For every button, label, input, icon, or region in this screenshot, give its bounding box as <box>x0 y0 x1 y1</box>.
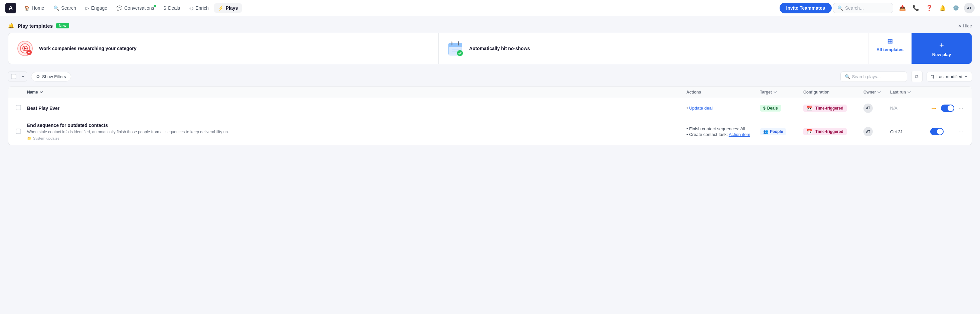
row2-toggle-knob <box>937 129 943 135</box>
grid-icon: ⊞ <box>887 37 893 45</box>
copy-icon: ⧉ <box>915 73 918 80</box>
nav-deals[interactable]: $ Deals <box>160 3 185 13</box>
th-last-run[interactable]: Last run <box>888 86 928 98</box>
nav-icons: 📤 📞 ❓ 🔔 ⚙️ AT <box>897 3 975 13</box>
row1-lastrun-cell: N/A <box>888 102 928 115</box>
global-search[interactable]: 🔍 Search... <box>833 3 893 13</box>
noshows-template-text: Automatically hit no-shows <box>469 46 530 51</box>
noshows-template-icon <box>447 40 464 57</box>
row2-owner-cell: AT <box>861 123 888 140</box>
table-row: End sequence for outdated contacts When … <box>8 118 972 145</box>
nav-search[interactable]: 🔍 Search <box>49 3 80 13</box>
row1-more-cell: ⋯ <box>954 99 968 117</box>
close-icon: ✕ <box>958 23 962 29</box>
select-all-control <box>8 72 27 81</box>
folder-icon: 📁 <box>27 136 32 140</box>
row1-name-cell: Best Play Ever <box>24 102 684 115</box>
show-filters-button[interactable]: ⚙ Show Filters <box>31 72 71 81</box>
row2-action1: Finish contact sequences: All <box>689 126 745 131</box>
plays-table: Name Actions Target Configuration Owner … <box>8 86 972 145</box>
invite-teammates-button[interactable]: Invite Teammates <box>780 3 832 13</box>
row2-config-tag: 📅 Time-triggered <box>803 128 847 135</box>
row1-config-tag: 📅 Time-triggered <box>803 105 847 112</box>
calendar-icon: 📅 <box>807 105 812 111</box>
th-target[interactable]: Target <box>757 86 801 98</box>
table-header: Name Actions Target Configuration Owner … <box>8 86 972 98</box>
search-input-icon: 🔍 <box>837 5 843 11</box>
svg-rect-16 <box>16 129 21 134</box>
th-name[interactable]: Name <box>24 86 684 98</box>
th-more <box>954 86 968 98</box>
sort-icon: ⇅ <box>931 74 935 79</box>
nav-engage[interactable]: ▷ Engage <box>81 3 111 13</box>
people-icon-sm: 👥 <box>763 129 768 134</box>
th-configuration: Configuration <box>801 86 861 98</box>
row1-config-cell: 📅 Time-triggered <box>801 100 861 116</box>
select-all-checkbox[interactable] <box>8 72 19 81</box>
settings-icon[interactable]: ⚙️ <box>951 3 961 13</box>
template-card-research[interactable]: Work companies researching your category <box>8 33 439 64</box>
th-owner[interactable]: Owner <box>861 86 888 98</box>
row2-actions-cell: • Finish contact sequences: All • Create… <box>684 122 757 141</box>
row1-action-link[interactable]: Update deal <box>689 105 713 111</box>
search-icon: 🔍 <box>53 5 59 11</box>
arrow-right-icon: → <box>930 104 937 113</box>
row2-lastrun-cell: Oct 31 <box>888 125 928 138</box>
nav-conversations[interactable]: 💬 Conversations <box>113 3 158 13</box>
name-sort-icon <box>40 90 43 94</box>
play-templates-icon: 🔔 <box>8 23 14 29</box>
sort-button[interactable]: ⇅ Last modified <box>927 72 972 81</box>
research-template-text: Work companies researching your category <box>39 46 137 51</box>
row1-more-button[interactable]: ⋯ <box>957 103 965 113</box>
play-templates-title: 🔔 Play templates New <box>8 23 69 29</box>
th-actions: Actions <box>684 86 757 98</box>
row1-toggle-cell: → <box>928 100 954 116</box>
conversations-dot <box>154 5 156 7</box>
app-logo[interactable]: A <box>5 3 16 13</box>
user-avatar[interactable]: AT <box>964 3 975 13</box>
play-templates-header: 🔔 Play templates New ✕ Hide <box>8 23 972 29</box>
row1-checkbox[interactable] <box>16 105 21 111</box>
nav-enrich[interactable]: ◎ Enrich <box>185 3 213 13</box>
row2-name: End sequence for outdated contacts <box>27 123 108 128</box>
phone-icon[interactable]: 📞 <box>910 3 921 13</box>
row1-owner-avatar: AT <box>864 104 873 113</box>
deals-icon: $ <box>164 5 166 11</box>
all-templates-button[interactable]: ⊞ All templates <box>869 33 912 64</box>
row1-target-cell: $ Deals <box>757 101 801 116</box>
nav-home[interactable]: 🏠 Home <box>20 3 48 13</box>
row1-actions-cell: • Update deal <box>684 102 757 115</box>
select-dropdown-arrow[interactable] <box>19 73 27 80</box>
upload-icon[interactable]: 📤 <box>897 3 908 13</box>
help-icon[interactable]: ❓ <box>924 3 935 13</box>
owner-sort-icon <box>877 90 881 94</box>
row2-target-cell: 👥 People <box>757 124 801 139</box>
home-icon: 🏠 <box>24 5 30 11</box>
new-play-button[interactable]: ＋ New play <box>912 33 972 64</box>
copy-button[interactable]: ⧉ <box>911 71 923 82</box>
row1-target-tag: $ Deals <box>760 105 781 112</box>
filter-icon: ⚙ <box>36 74 40 79</box>
row2-action2-link[interactable]: Action item <box>729 132 750 137</box>
svg-rect-8 <box>449 45 462 47</box>
svg-rect-15 <box>16 105 21 110</box>
row2-target-tag: 👥 People <box>760 128 786 135</box>
row1-arrow-indicator: → <box>930 104 937 113</box>
row2-checkbox[interactable] <box>16 129 21 135</box>
conversations-icon: 💬 <box>116 5 122 11</box>
template-card-noshows[interactable]: Automatically hit no-shows <box>439 33 869 64</box>
engage-icon: ▷ <box>86 5 89 11</box>
row2-more-cell: ⋯ <box>954 123 968 140</box>
search-plays-input[interactable]: 🔍 Search plays... <box>840 72 907 82</box>
lastrun-sort-icon <box>907 90 911 94</box>
th-checkbox <box>12 86 24 98</box>
nav-plays[interactable]: ⚡ Plays <box>214 3 242 13</box>
new-badge: New <box>56 23 69 29</box>
row1-toggle[interactable] <box>941 105 954 112</box>
row1-toggle-knob <box>948 105 954 111</box>
row2-more-button[interactable]: ⋯ <box>957 127 965 137</box>
main-content: 🔔 Play templates New ✕ Hide Work <box>0 16 980 152</box>
hide-button[interactable]: ✕ Hide <box>958 23 972 29</box>
row2-toggle[interactable] <box>930 128 943 135</box>
notifications-icon[interactable]: 🔔 <box>937 3 948 13</box>
